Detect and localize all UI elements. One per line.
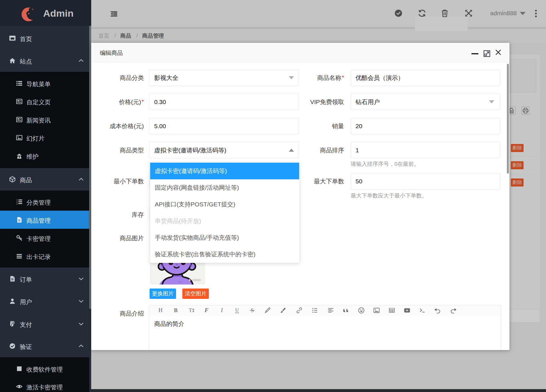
svg-text:1: 1: [16, 199, 18, 201]
svg-text:H: H: [159, 307, 163, 313]
svg-text:I: I: [221, 307, 223, 313]
svg-text:2: 2: [16, 201, 18, 203]
svg-text:3: 3: [16, 203, 18, 205]
svg-text:F: F: [204, 307, 209, 313]
svg-text:B: B: [174, 307, 178, 313]
svg-text:T: T: [189, 307, 192, 313]
svg-text:U: U: [235, 307, 239, 313]
